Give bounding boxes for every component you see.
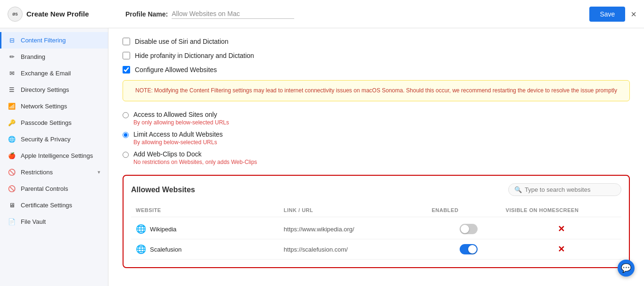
search-input[interactable] — [525, 186, 610, 193]
restrictions-icon: 🚫 — [8, 169, 16, 176]
globe-icon: 🌐 — [136, 224, 146, 234]
radio-row-limit-adult: Limit Access to Adult Websites By allowi… — [123, 131, 630, 146]
website-name-0: Wikipedia — [150, 226, 176, 233]
url-cell-1: https://scalefusion.com/ — [284, 246, 432, 253]
search-icon: 🔍 — [514, 186, 522, 193]
sidebar-item-label: Apple Intelligence Settings — [21, 152, 93, 159]
toggle-knob-0 — [461, 225, 469, 233]
sidebar-item-label: Security & Privacy — [21, 136, 70, 143]
remove-button-0[interactable]: ✕ — [558, 224, 565, 234]
enabled-cell-0[interactable] — [432, 224, 506, 234]
profile-name-section: Profile Name: — [116, 9, 589, 19]
sidebar-item-label: Passcode Settings — [21, 119, 72, 126]
radio-web-clips[interactable] — [123, 152, 129, 158]
sidebar-item-content-filtering[interactable]: ⊟ Content Filtering — [0, 32, 108, 49]
sidebar-item-security-privacy[interactable]: 🌐 Security & Privacy — [0, 131, 108, 147]
header: øs Create New Profile Profile Name: Save… — [0, 0, 644, 28]
radio-content-web-clips: Add Web-Clips to Dock No restrictions on… — [133, 150, 257, 165]
checkbox-label-siri: Disable use of Siri and Dictation — [135, 38, 228, 45]
sidebar-item-apple-intelligence[interactable]: 🍎 Apple Intelligence Settings — [0, 147, 108, 164]
sidebar-item-label: Directory Settings — [21, 86, 69, 93]
close-button[interactable]: × — [631, 9, 636, 19]
globe-icon: 🌐 — [136, 244, 146, 254]
sidebar-item-network-settings[interactable]: 📶 Network Settings — [0, 98, 108, 114]
radio-sublabel-allowed-only: By only allowing below-selected URLs — [133, 119, 229, 126]
profile-name-label: Profile Name: — [125, 10, 168, 18]
sidebar-item-passcode-settings[interactable]: 🔑 Passcode Settings — [0, 114, 108, 131]
visible-cell-0[interactable]: ✕ — [506, 224, 617, 234]
sidebar-item-label: Certificate Settings — [21, 202, 72, 209]
apple-intelligence-icon: 🍎 — [8, 152, 16, 159]
radio-label-allowed-only: Access to Allowed Sites only — [133, 111, 229, 118]
passcode-settings-icon: 🔑 — [8, 119, 16, 126]
radio-limit-adult[interactable] — [123, 132, 129, 138]
checkbox-profanity[interactable] — [123, 52, 130, 59]
radio-group: Access to Allowed Sites only By only all… — [123, 111, 630, 165]
checkbox-label-allowed-websites: Configure Allowed Websites — [135, 66, 217, 74]
visible-cell-1[interactable]: ✕ — [506, 244, 617, 254]
layout: ⊟ Content Filtering ✏ Branding ✉ Exchang… — [0, 28, 644, 286]
enabled-cell-1[interactable] — [432, 244, 506, 254]
toggle-knob-1 — [468, 245, 477, 253]
main-content: Disable use of Siri and Dictation Hide p… — [108, 28, 644, 286]
save-button[interactable]: Save — [589, 7, 625, 22]
sidebar-item-label: Parental Controls — [21, 185, 68, 192]
sidebar-item-restrictions[interactable]: 🚫 Restrictions ▾ — [0, 164, 108, 180]
col-website: WEBSITE — [136, 207, 284, 213]
radio-content-limit-adult: Limit Access to Adult Websites By allowi… — [133, 131, 223, 146]
table-row: 🌐 Wikipedia https://www.wikipedia.org/ ✕ — [131, 219, 621, 239]
search-box[interactable]: 🔍 — [508, 183, 621, 196]
radio-label-web-clips: Add Web-Clips to Dock — [133, 150, 257, 158]
note-text: NOTE: Modifying the Content Filtering se… — [132, 86, 620, 95]
table-header: WEBSITE LINK / URL ENABLED VISIBLE ON HO… — [131, 204, 621, 217]
sidebar-item-file-vault[interactable]: 📄 File Vault — [0, 213, 108, 230]
col-link-url: LINK / URL — [284, 207, 432, 213]
exchange-email-icon: ✉ — [8, 70, 16, 77]
toggle-1[interactable] — [460, 244, 478, 254]
checkbox-label-profanity: Hide profanity in Dictionary and Dictati… — [135, 52, 254, 59]
radio-allowed-only[interactable] — [123, 112, 129, 118]
sidebar-item-label: Network Settings — [21, 103, 67, 110]
radio-row-web-clips: Add Web-Clips to Dock No restrictions on… — [123, 150, 630, 165]
page-title: Create New Profile — [26, 10, 89, 18]
sidebar-item-directory-settings[interactable]: ☰ Directory Settings — [0, 82, 108, 98]
website-table-body: 🌐 Wikipedia https://www.wikipedia.org/ ✕… — [131, 219, 621, 260]
checkbox-row-profanity: Hide profanity in Dictionary and Dictati… — [123, 52, 630, 59]
toggle-0[interactable] — [460, 224, 478, 234]
branding-icon: ✏ — [8, 53, 16, 60]
sidebar-item-parental-controls[interactable]: 🚫 Parental Controls — [0, 180, 108, 197]
sidebar-item-label: Branding — [21, 53, 45, 60]
website-cell-1: 🌐 Scalefusion — [136, 244, 284, 254]
header-logo: øs Create New Profile — [8, 7, 116, 22]
col-enabled: ENABLED — [432, 207, 506, 213]
profile-name-input[interactable] — [172, 9, 294, 19]
remove-button-1[interactable]: ✕ — [558, 244, 565, 254]
radio-sublabel-web-clips: No restrictions on Websites, only adds W… — [133, 159, 257, 165]
parental-controls-icon: 🚫 — [8, 185, 16, 192]
checkbox-row-allowed-websites: Configure Allowed Websites — [123, 66, 630, 74]
checkbox-siri[interactable] — [123, 38, 130, 45]
sidebar-item-certificate-settings[interactable]: 🖥 Certificate Settings — [0, 197, 108, 213]
radio-row-allowed-only: Access to Allowed Sites only By only all… — [123, 111, 630, 126]
content-filtering-icon: ⊟ — [8, 37, 16, 44]
network-settings-icon: 📶 — [8, 103, 16, 110]
checkboxes-section: Disable use of Siri and Dictation Hide p… — [123, 38, 630, 74]
allowed-websites-panel: Allowed Websites 🔍 WEBSITE LINK / URL EN… — [123, 175, 630, 268]
url-cell-0: https://www.wikipedia.org/ — [284, 226, 432, 233]
radio-label-limit-adult: Limit Access to Adult Websites — [133, 131, 223, 138]
website-name-1: Scalefusion — [150, 246, 182, 253]
sidebar-item-label: File Vault — [21, 218, 46, 225]
sidebar-item-label: Exchange & Email — [21, 70, 71, 77]
chevron-icon: ▾ — [98, 169, 100, 175]
logo-icon: øs — [8, 7, 23, 22]
sidebar-item-exchange-email[interactable]: ✉ Exchange & Email — [0, 65, 108, 82]
chat-bubble[interactable]: 💬 — [618, 260, 635, 277]
note-box: NOTE: Modifying the Content Filtering se… — [123, 80, 630, 101]
header-actions: Save × — [589, 7, 636, 22]
panel-header: Allowed Websites 🔍 — [131, 183, 621, 196]
panel-title: Allowed Websites — [131, 186, 195, 194]
checkbox-allowed-websites[interactable] — [123, 66, 130, 74]
col-visible: VISIBLE ON HOMESCREEN — [506, 207, 617, 213]
sidebar-item-branding[interactable]: ✏ Branding — [0, 49, 108, 65]
sidebar: ⊟ Content Filtering ✏ Branding ✉ Exchang… — [0, 28, 108, 286]
